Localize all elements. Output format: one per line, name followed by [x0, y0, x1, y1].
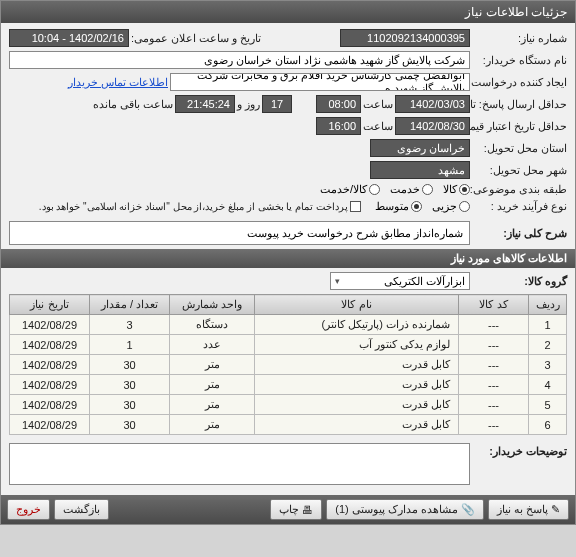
col-name[interactable]: نام کالا — [255, 295, 459, 315]
creator-label: ایجاد کننده درخواست: — [472, 76, 567, 89]
time-label-2: ساعت — [363, 120, 393, 133]
class-radio-group: کالا خدمت کالا/خدمت — [320, 183, 470, 196]
table-row[interactable]: 3---کابل قدرتمتر301402/08/29 — [10, 355, 567, 375]
deadline-label: حداقل ارسال پاسخ: تا تاریخ: — [472, 98, 567, 111]
print-icon: 🖶 — [302, 504, 313, 516]
announce-field: 1402/02/16 - 10:04 — [9, 29, 129, 47]
window: جزئیات اطلاعات نیاز شماره نیاز: 11020921… — [0, 0, 576, 525]
province-label: استان محل تحویل: — [472, 142, 567, 155]
remain-label: ساعت باقی مانده — [93, 98, 173, 111]
class-label: طبقه بندی موضوعی: — [472, 183, 567, 196]
radio-goods[interactable]: کالا — [443, 183, 470, 196]
notes-field[interactable] — [9, 443, 470, 485]
process-radio-group: جزیی متوسط — [375, 200, 470, 213]
table-row[interactable]: 2---لوازم یدکی کنتور آبعدد11402/08/29 — [10, 335, 567, 355]
table-header-row: ردیف کد کالا نام کالا واحد شمارش تعداد /… — [10, 295, 567, 315]
exit-button[interactable]: خروج — [7, 499, 50, 520]
reply-icon: ✎ — [551, 503, 560, 516]
radio-service[interactable]: خدمت — [390, 183, 433, 196]
radio-low[interactable]: جزیی — [432, 200, 470, 213]
table-row[interactable]: 4---کابل قدرتمتر301402/08/29 — [10, 375, 567, 395]
items-header: اطلاعات کالاهای مورد نیاز — [1, 249, 575, 268]
notes-label: توضیحات خریدار: — [472, 441, 567, 458]
items-table: ردیف کد کالا نام کالا واحد شمارش تعداد /… — [9, 294, 567, 435]
province-field: خراسان رضوی — [370, 139, 470, 157]
valid-label: حداقل تاریخ اعتبار قیمت: تا تاریخ: — [472, 120, 567, 133]
col-unit[interactable]: واحد شمارش — [170, 295, 255, 315]
desc-label: شرح کلی نیاز: — [472, 227, 567, 240]
content-area: شماره نیاز: 1102092134000395 تاریخ و ساع… — [1, 23, 575, 495]
time-label-1: ساعت — [363, 98, 393, 111]
treasury-checkbox[interactable] — [350, 201, 361, 212]
window-title: جزئیات اطلاعات نیاز — [465, 5, 567, 19]
table-row[interactable]: 1---شمارنده ذرات (پارتیکل کانتر)دستگاه31… — [10, 315, 567, 335]
radio-icon — [369, 184, 380, 195]
city-label: شهر محل تحویل: — [472, 164, 567, 177]
buyer-label: نام دستگاه خریدار: — [472, 54, 567, 67]
attach-icon: 📎 — [461, 503, 475, 516]
contact-link[interactable]: اطلاعات تماس خریدار — [68, 76, 168, 89]
req-no-field: 1102092134000395 — [340, 29, 470, 47]
deadline-date: 1402/03/03 — [395, 95, 470, 113]
radio-mid[interactable]: متوسط — [375, 200, 422, 213]
buyer-field: شرکت پالایش گاز شهید هاشمی نژاد استان خر… — [9, 51, 470, 69]
announce-label: تاریخ و ساعت اعلان عمومی: — [131, 32, 261, 45]
radio-dot-icon — [459, 184, 470, 195]
radio-icon — [459, 201, 470, 212]
valid-date: 1402/08/30 — [395, 117, 470, 135]
col-row[interactable]: ردیف — [529, 295, 567, 315]
col-date[interactable]: تاریخ نیاز — [10, 295, 90, 315]
city-field: مشهد — [370, 161, 470, 179]
footer: ✎پاسخ به نیاز 📎مشاهده مدارک پیوستی (1) 🖶… — [1, 495, 575, 524]
radio-dot-icon — [411, 201, 422, 212]
group-select[interactable]: ابزارآلات الکتریکی — [330, 272, 470, 290]
req-no-label: شماره نیاز: — [472, 32, 567, 45]
deadline-time: 08:00 — [316, 95, 361, 113]
table-row[interactable]: 5---کابل قدرتمتر301402/08/29 — [10, 395, 567, 415]
back-button[interactable]: بازگشت — [54, 499, 109, 520]
process-label: نوع فرآیند خرید : — [472, 200, 567, 213]
creator-field: ابوالفضل چمنی کارشناس خرید اقلام برق و م… — [170, 73, 470, 91]
print-button[interactable]: 🖶چاپ — [270, 499, 322, 520]
attachments-button[interactable]: 📎مشاهده مدارک پیوستی (1) — [326, 499, 484, 520]
radio-both[interactable]: کالا/خدمت — [320, 183, 380, 196]
days-field: 17 — [262, 95, 292, 113]
col-code[interactable]: کد کالا — [459, 295, 529, 315]
titlebar: جزئیات اطلاعات نیاز — [1, 1, 575, 23]
col-qty[interactable]: تعداد / مقدار — [90, 295, 170, 315]
table-row[interactable]: 6---کابل قدرتمتر301402/08/29 — [10, 415, 567, 435]
group-label: گروه کالا: — [472, 275, 567, 288]
days-label: روز و — [237, 98, 260, 111]
countdown-field: 21:45:24 — [175, 95, 235, 113]
pay-note: پرداخت تمام یا بخشی از مبلغ خرید،از محل … — [39, 201, 348, 212]
desc-field[interactable] — [9, 221, 470, 245]
valid-time: 16:00 — [316, 117, 361, 135]
reply-button[interactable]: ✎پاسخ به نیاز — [488, 499, 569, 520]
radio-icon — [422, 184, 433, 195]
